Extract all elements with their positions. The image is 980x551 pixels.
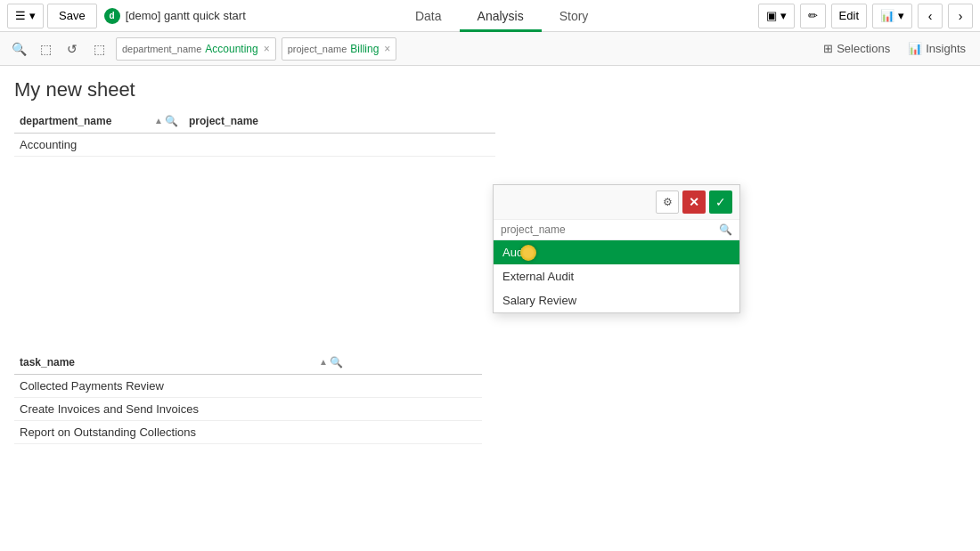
- top-toolbar: ☰ ▾ Save d [demo] gantt quick start Data…: [0, 0, 980, 32]
- tab-data[interactable]: Data: [397, 0, 460, 32]
- app-name: [demo] gantt quick start: [126, 9, 246, 22]
- filter-icon-group: 🔍 ⬚ ↺ ⬚: [7, 37, 110, 61]
- insights-button[interactable]: 📊 Insights: [901, 36, 973, 61]
- dropdown-list: Audit External Audit Salary Review: [494, 240, 739, 312]
- chart-symbol: 📊: [880, 9, 894, 22]
- dropdown-cancel-button[interactable]: ✕: [682, 190, 706, 214]
- chart-icon[interactable]: 📊 ▾: [872, 4, 912, 28]
- sheet-title-area: My new sheet: [0, 66, 980, 109]
- col-header-task: task_name ▲ 🔍: [14, 356, 348, 369]
- dropdown-header-right: ⚙ ✕ ✓: [656, 190, 732, 214]
- col-task-label: task_name: [20, 356, 75, 369]
- filter-chip-dept-label: department_name: [122, 44, 201, 54]
- region-icon: ⬚: [94, 42, 105, 56]
- col-dept-label: department_name: [20, 115, 111, 127]
- selections-icon: ⊞: [823, 42, 833, 55]
- hamburger-icon: ☰: [15, 9, 26, 22]
- col-header-project: project_name: [184, 115, 495, 127]
- dropdown-overlay: ⚙ ✕ ✓ 🔍 Audit: [493, 184, 740, 313]
- app-wrapper: ☰ ▾ Save d [demo] gantt quick start Data…: [0, 0, 980, 551]
- filter-chip-project[interactable]: project_name Billing ×: [282, 37, 397, 61]
- dropdown-search-area: 🔍: [494, 220, 739, 240]
- col-header-department: department_name ▲ 🔍: [14, 115, 184, 127]
- view-icon: ▣: [766, 9, 777, 22]
- sort-icon-task: ▲: [319, 357, 328, 367]
- bottom-table-header: task_name ▲ 🔍: [14, 350, 482, 375]
- dropdown-confirm-button[interactable]: ✓: [709, 190, 732, 214]
- save-button[interactable]: Save: [47, 4, 97, 28]
- edit-button[interactable]: Edit: [831, 4, 867, 28]
- cell-task-3: Report on Outstanding Collections: [14, 425, 348, 439]
- refresh-button[interactable]: ↺: [61, 37, 84, 61]
- tables-area: department_name ▲ 🔍 project_name Account…: [0, 109, 980, 157]
- cell-task-1: Collected Payments Review: [14, 379, 348, 393]
- filter-chip-dept-close[interactable]: ×: [264, 43, 270, 55]
- top-table-header: department_name ▲ 🔍 project_name: [14, 109, 495, 134]
- confirm-icon: ✓: [715, 195, 726, 209]
- dropdown-item-salary-review[interactable]: Salary Review: [494, 288, 739, 312]
- cancel-icon: ✕: [689, 195, 699, 209]
- insights-icon: 📊: [908, 42, 922, 55]
- forward-button[interactable]: ›: [948, 4, 973, 28]
- zoom-in-button[interactable]: 🔍: [7, 37, 30, 61]
- top-table: department_name ▲ 🔍 project_name Account…: [14, 109, 495, 157]
- cursor-indicator: [520, 245, 536, 261]
- dropdown-settings-button[interactable]: ⚙: [656, 190, 679, 214]
- insights-label: Insights: [926, 42, 966, 55]
- nav-tabs: Data Analysis Story: [249, 0, 755, 32]
- table-row: Accounting: [14, 134, 495, 157]
- col-proj-label: project_name: [189, 115, 258, 127]
- app-icon: d: [104, 8, 120, 24]
- filter-chip-proj-label: project_name: [288, 44, 347, 54]
- chart-dropdown-arrow: ▾: [898, 9, 904, 22]
- view-toggle-button[interactable]: ▣ ▾: [758, 4, 795, 28]
- dropdown-header: ⚙ ✕ ✓: [494, 185, 739, 220]
- dropdown-item-external-audit[interactable]: External Audit: [494, 264, 739, 288]
- zoom-in-icon: 🔍: [12, 42, 27, 56]
- selections-label: Selections: [837, 42, 890, 55]
- cell-dept-accounting: Accounting: [14, 138, 184, 151]
- lasso-icon: ⬚: [40, 42, 52, 56]
- dropdown-item-salary-review-label: Salary Review: [502, 294, 576, 307]
- sheet-title: My new sheet: [14, 78, 966, 101]
- selections-button[interactable]: ⊞ Selections: [816, 36, 897, 61]
- content-area: My new sheet department_name ▲ 🔍 project…: [0, 66, 980, 551]
- tab-story[interactable]: Story: [542, 0, 607, 32]
- dropdown-arrow: ▾: [29, 9, 36, 22]
- filter-bar: 🔍 ⬚ ↺ ⬚ department_name Accounting × pro…: [0, 32, 980, 66]
- refresh-icon: ↺: [67, 42, 78, 56]
- bottom-row-1: Collected Payments Review: [14, 375, 482, 398]
- app-label: d [demo] gantt quick start: [104, 8, 246, 24]
- search-task-button[interactable]: 🔍: [330, 356, 343, 369]
- tab-analysis[interactable]: Analysis: [460, 0, 542, 32]
- dropdown-item-external-audit-label: External Audit: [502, 270, 574, 283]
- pencil-icon[interactable]: ✏: [800, 4, 826, 28]
- cell-task-2: Create Invoices and Send Invoices: [14, 402, 348, 416]
- dropdown-item-audit[interactable]: Audit: [494, 240, 739, 264]
- bottom-table: task_name ▲ 🔍 Collected Payments Review …: [14, 350, 482, 444]
- search-icon: 🔍: [719, 223, 732, 236]
- settings-icon: ⚙: [663, 196, 673, 208]
- top-right-controls: ▣ ▾ ✏ Edit 📊 ▾ ‹ ›: [758, 4, 973, 28]
- sort-icon-dept: ▲: [154, 116, 163, 126]
- right-panel-buttons: ⊞ Selections 📊 Insights: [816, 36, 973, 61]
- region-button[interactable]: ⬚: [87, 37, 110, 61]
- filter-chip-proj-close[interactable]: ×: [384, 43, 390, 55]
- lasso-button[interactable]: ⬚: [34, 37, 57, 61]
- filter-chip-dept-value: Accounting: [205, 43, 257, 55]
- dropdown-search-input[interactable]: [501, 223, 719, 236]
- bottom-row-3: Report on Outstanding Collections: [14, 421, 482, 444]
- back-button[interactable]: ‹: [918, 4, 943, 28]
- search-dept-button[interactable]: 🔍: [165, 115, 178, 127]
- view-dropdown-arrow: ▾: [780, 9, 787, 22]
- filter-chip-proj-value: Billing: [350, 43, 379, 55]
- bottom-row-2: Create Invoices and Send Invoices: [14, 398, 482, 421]
- filter-chip-department[interactable]: department_name Accounting ×: [116, 37, 276, 61]
- menu-button[interactable]: ☰ ▾: [7, 4, 44, 28]
